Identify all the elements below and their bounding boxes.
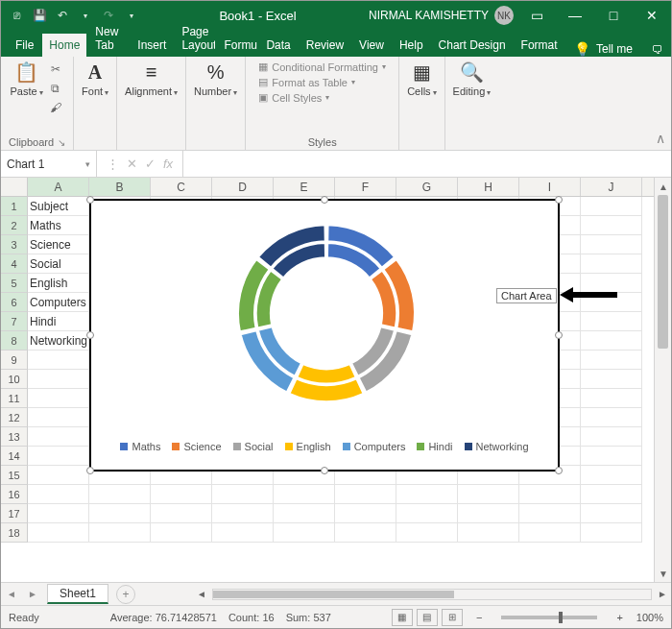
zoom-slider[interactable] [501, 616, 597, 619]
doughnut-chart[interactable] [91, 201, 562, 435]
select-all-corner[interactable] [1, 178, 28, 196]
cell-F18[interactable] [335, 523, 396, 543]
cell-G16[interactable] [396, 485, 458, 504]
cell-J9[interactable] [581, 351, 642, 370]
cell-J2[interactable] [581, 216, 642, 235]
autosave-icon[interactable]: ⎚ [7, 6, 26, 25]
sheet-tab-active[interactable]: Sheet1 [47, 584, 108, 604]
accept-formula-icon[interactable]: ✓ [145, 157, 156, 171]
scroll-down-icon[interactable]: ▼ [655, 565, 671, 582]
cell-J3[interactable] [581, 235, 642, 254]
cell-J4[interactable] [581, 254, 642, 274]
col-header-B[interactable]: B [89, 178, 151, 196]
scroll-up-icon[interactable]: ▲ [655, 178, 671, 195]
format-as-table-button[interactable]: ▤Format as Table▾ [258, 76, 386, 88]
paste-button[interactable]: 📋 Paste [10, 60, 42, 116]
avatar[interactable]: NK [494, 6, 514, 25]
cell-A8[interactable]: Networking [28, 331, 89, 351]
resize-handle-s[interactable] [321, 467, 328, 474]
cell-J14[interactable] [581, 447, 642, 466]
cell-J10[interactable] [581, 370, 642, 389]
cell-J1[interactable] [581, 197, 642, 216]
resize-handle-se[interactable] [555, 467, 563, 474]
col-header-H[interactable]: H [458, 178, 519, 196]
cell-H18[interactable] [458, 523, 519, 543]
name-box[interactable]: Chart 1 ▾ [1, 151, 97, 177]
row-header-2[interactable]: 2 [1, 216, 28, 235]
cell-F17[interactable] [335, 504, 396, 523]
format-painter-icon[interactable]: 🖌 [47, 99, 64, 116]
resize-handle-w[interactable] [86, 331, 94, 339]
chart-legend[interactable]: MathsScienceSocialEnglishComputersHindiN… [91, 435, 558, 458]
formula-bar[interactable] [182, 151, 671, 177]
cell-C18[interactable] [151, 523, 212, 543]
cell-E16[interactable] [274, 485, 335, 504]
legend-item[interactable]: Computers [343, 441, 406, 452]
cell-E18[interactable] [274, 523, 335, 543]
cell-D16[interactable] [212, 485, 274, 504]
cell-F16[interactable] [335, 485, 396, 504]
tell-me[interactable]: 💡 Tell me [574, 41, 642, 57]
collapse-ribbon-icon[interactable]: ∧ [656, 131, 665, 146]
row-header-16[interactable]: 16 [1, 485, 28, 504]
cell-A14[interactable] [28, 447, 89, 466]
cell-A13[interactable] [28, 427, 89, 447]
add-sheet-button[interactable]: + [116, 585, 135, 604]
col-header-F[interactable]: F [335, 178, 396, 196]
col-header-E[interactable]: E [274, 178, 335, 196]
resize-handle-e[interactable] [555, 331, 563, 339]
cell-A11[interactable] [28, 389, 89, 408]
redo-icon[interactable]: ↷ [99, 6, 118, 25]
legend-item[interactable]: Networking [465, 441, 529, 452]
cell-J12[interactable] [581, 408, 642, 427]
view-normal-icon[interactable]: ▦ [392, 609, 413, 626]
cell-C17[interactable] [151, 504, 212, 523]
cell-A2[interactable]: Maths [28, 216, 89, 235]
legend-item[interactable]: Social [233, 441, 274, 452]
row-header-7[interactable]: 7 [1, 312, 28, 331]
cell-G18[interactable] [396, 523, 458, 543]
row-header-1[interactable]: 1 [1, 197, 28, 216]
alignment-button[interactable]: ≡ Alignment [125, 60, 178, 97]
copy-icon[interactable]: ⧉ [47, 80, 64, 97]
cell-A15[interactable] [28, 466, 89, 485]
font-button[interactable]: A Font [82, 60, 108, 97]
undo-icon[interactable]: ↶ [53, 6, 72, 25]
hscroll-thumb[interactable] [213, 591, 454, 598]
cell-J18[interactable] [581, 523, 642, 543]
col-header-G[interactable]: G [396, 178, 458, 196]
scroll-left-icon[interactable]: ◄ [193, 586, 210, 603]
cell-A6[interactable]: Computers [28, 293, 89, 312]
tab-new[interactable]: New Tab [88, 20, 129, 57]
resize-handle-nw[interactable] [86, 196, 94, 204]
cell-J17[interactable] [581, 504, 642, 523]
chevron-down-icon[interactable]: ▾ [85, 159, 90, 169]
col-header-I[interactable]: I [519, 178, 581, 196]
row-header-13[interactable]: 13 [1, 427, 28, 447]
sheet-nav-prev[interactable]: ◄ [1, 589, 22, 599]
tab-chartdesign[interactable]: Chart Design [432, 34, 513, 57]
legend-item[interactable]: Hindi [417, 441, 452, 452]
cell-B17[interactable] [89, 504, 151, 523]
cell-A4[interactable]: Social [28, 254, 89, 274]
tab-data[interactable]: Data [259, 34, 297, 57]
ribbon-display-options-icon[interactable]: ▭ [517, 1, 556, 30]
cell-A12[interactable] [28, 408, 89, 427]
cell-B18[interactable] [89, 523, 151, 543]
row-header-3[interactable]: 3 [1, 235, 28, 254]
share-icon[interactable]: 🗨 [644, 43, 671, 57]
undo-dropdown-icon[interactable]: ▾ [76, 6, 95, 25]
maximize-button[interactable]: □ [594, 1, 633, 30]
cell-J8[interactable] [581, 331, 642, 351]
cell-A7[interactable]: Hindi [28, 312, 89, 331]
zoom-level[interactable]: 100% [636, 612, 663, 623]
row-header-11[interactable]: 11 [1, 389, 28, 408]
cells-button[interactable]: ▦ Cells [407, 60, 436, 97]
cell-D18[interactable] [212, 523, 274, 543]
zoom-out-button[interactable]: − [476, 612, 482, 623]
row-header-10[interactable]: 10 [1, 370, 28, 389]
chart-object[interactable]: MathsScienceSocialEnglishComputersHindiN… [89, 199, 560, 472]
cell-I18[interactable] [519, 523, 581, 543]
tab-formulas[interactable]: Formulas [217, 34, 257, 57]
close-button[interactable]: ✕ [633, 1, 671, 30]
